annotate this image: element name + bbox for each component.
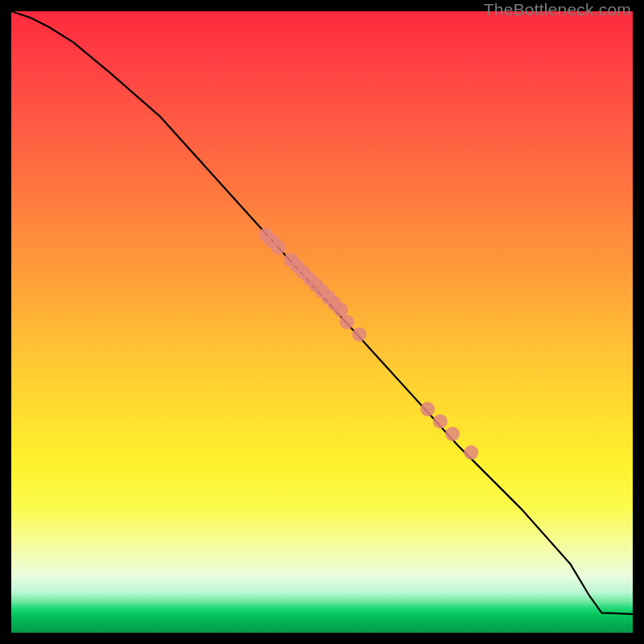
chart-svg [11,11,633,633]
chart-stage: TheBottleneck.com [0,0,644,644]
data-dot [271,240,286,254]
data-dot [352,327,366,341]
plot-area [11,11,633,633]
data-dot [333,303,348,317]
watermark-text: TheBottleneck.com [484,0,631,19]
data-dot [433,415,448,429]
data-dot [464,445,478,460]
data-dot [420,402,435,416]
data-dot [445,427,460,441]
dots-group [259,228,479,460]
curve-line [11,11,633,614]
data-dot [340,315,354,329]
